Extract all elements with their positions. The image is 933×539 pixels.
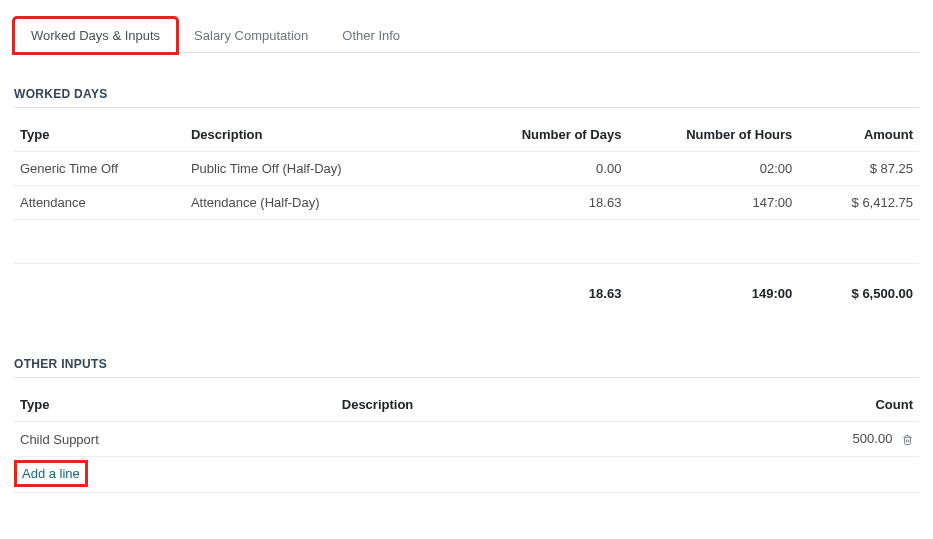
- worked-days-col-days: Number of Days: [477, 118, 628, 152]
- cell-type: Generic Time Off: [14, 152, 185, 186]
- cell-hours: 02:00: [627, 152, 798, 186]
- worked-days-section-title: WORKED DAYS: [14, 87, 919, 108]
- delete-row-icon[interactable]: [902, 432, 913, 447]
- worked-days-col-desc: Description: [185, 118, 477, 152]
- cell-desc: Attendance (Half-Day): [185, 186, 477, 220]
- tab-other-info[interactable]: Other Info: [325, 18, 417, 53]
- tab-worked-days[interactable]: Worked Days & Inputs: [14, 18, 177, 53]
- cell-hours: 147:00: [627, 186, 798, 220]
- table-row[interactable]: Attendance Attendance (Half-Day) 18.63 1…: [14, 186, 919, 220]
- cell-desc: Public Time Off (Half-Day): [185, 152, 477, 186]
- tab-salary-computation[interactable]: Salary Computation: [177, 18, 325, 53]
- other-inputs-col-desc: Description: [336, 388, 778, 422]
- other-inputs-section-title: OTHER INPUTS: [14, 357, 919, 378]
- totals-row: 18.63 149:00 $ 6,500.00: [14, 264, 919, 324]
- cell-type: Attendance: [14, 186, 185, 220]
- cell-desc: [336, 422, 778, 457]
- worked-days-col-amount: Amount: [798, 118, 919, 152]
- add-line-button[interactable]: Add a line: [18, 464, 84, 483]
- cell-days: 0.00: [477, 152, 628, 186]
- worked-days-table: Type Description Number of Days Number o…: [14, 118, 919, 323]
- other-inputs-col-count: Count: [778, 388, 919, 422]
- worked-days-col-hours: Number of Hours: [627, 118, 798, 152]
- table-row[interactable]: Child Support 500.00: [14, 422, 919, 457]
- other-inputs-table: Type Description Count Child Support 500…: [14, 388, 919, 493]
- cell-count: 500.00: [778, 422, 919, 457]
- other-inputs-col-type: Type: [14, 388, 336, 422]
- tabs-bar: Worked Days & Inputs Salary Computation …: [14, 18, 919, 53]
- total-amount: $ 6,500.00: [798, 264, 919, 324]
- count-value: 500.00: [853, 431, 893, 446]
- worked-days-col-type: Type: [14, 118, 185, 152]
- add-line-row: Add a line: [14, 457, 919, 493]
- table-row[interactable]: Generic Time Off Public Time Off (Half-D…: [14, 152, 919, 186]
- spacer-row: [14, 220, 919, 264]
- total-days: 18.63: [477, 264, 628, 324]
- cell-days: 18.63: [477, 186, 628, 220]
- cell-amount: $ 87.25: [798, 152, 919, 186]
- cell-type: Child Support: [14, 422, 336, 457]
- total-hours: 149:00: [627, 264, 798, 324]
- cell-amount: $ 6,412.75: [798, 186, 919, 220]
